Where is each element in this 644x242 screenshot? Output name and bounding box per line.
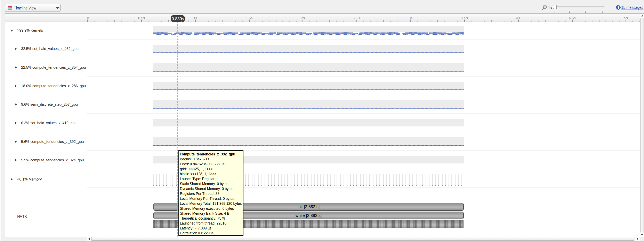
memory-op-tick[interactable]: [254, 174, 255, 185]
memory-op-tick[interactable]: [284, 174, 285, 185]
kernel-events-line-k4[interactable]: [153, 108, 464, 108]
memory-op-dash[interactable]: [412, 185, 413, 186]
memory-op-tick[interactable]: [252, 174, 252, 185]
memory-op-dash[interactable]: [268, 185, 269, 186]
memory-op-dash[interactable]: [409, 185, 410, 186]
memory-op-tick[interactable]: [170, 174, 170, 185]
expander-collapsed-icon[interactable]: [15, 122, 17, 124]
memory-op-dash[interactable]: [254, 185, 256, 186]
memory-op-dash[interactable]: [153, 185, 154, 186]
memory-op-tick[interactable]: [324, 174, 324, 185]
memory-op-tick[interactable]: [458, 174, 459, 185]
memory-op-dash[interactable]: [458, 185, 460, 186]
memory-op-tick[interactable]: [153, 174, 154, 185]
memory-op-tick[interactable]: [156, 174, 157, 185]
kernels-summary-bars[interactable]: [252, 32, 258, 34]
memory-op-tick[interactable]: [350, 174, 351, 185]
memory-op-tick[interactable]: [389, 174, 390, 185]
memory-op-dash[interactable]: [370, 185, 370, 186]
memory-op-tick[interactable]: [344, 174, 344, 185]
kernels-summary-bars[interactable]: [216, 33, 223, 34]
memory-op-tick[interactable]: [418, 174, 420, 185]
kernels-summary-bars[interactable]: [269, 33, 274, 34]
memory-op-dash[interactable]: [442, 185, 443, 186]
memory-op-dash[interactable]: [264, 185, 266, 186]
memory-op-tick[interactable]: [442, 174, 443, 185]
memory-op-dash[interactable]: [274, 185, 275, 186]
memory-op-dash[interactable]: [334, 185, 335, 186]
memory-op-tick[interactable]: [172, 174, 173, 185]
memory-op-dash[interactable]: [346, 185, 348, 186]
memory-op-tick[interactable]: [360, 174, 361, 185]
memory-op-tick[interactable]: [176, 174, 176, 185]
memory-op-tick[interactable]: [159, 174, 160, 185]
memory-op-tick[interactable]: [370, 174, 370, 185]
memory-op-dash[interactable]: [366, 185, 368, 186]
memory-op-dash[interactable]: [363, 185, 364, 186]
kernels-summary-bars[interactable]: [284, 33, 289, 34]
expander-collapsed-icon[interactable]: [11, 178, 13, 181]
view-selector-dropdown[interactable]: Timeline View: [5, 4, 60, 12]
scroll-right-button[interactable]: [635, 237, 640, 241]
memory-op-dash[interactable]: [298, 185, 298, 186]
kernels-summary-bars[interactable]: [446, 33, 452, 34]
memory-op-tick[interactable]: [462, 174, 462, 185]
kernels-summary-bars[interactable]: [405, 33, 409, 34]
memory-op-dash[interactable]: [314, 185, 315, 186]
memory-op-tick[interactable]: [346, 174, 348, 185]
vertical-scrollbar[interactable]: [640, 14, 644, 237]
kernel-band-k1[interactable]: [154, 45, 464, 52]
memory-op-dash[interactable]: [383, 185, 384, 186]
memory-op-dash[interactable]: [336, 185, 338, 186]
memory-op-dash[interactable]: [271, 185, 272, 186]
memory-op-dash[interactable]: [301, 185, 302, 186]
kernels-summary-bars[interactable]: [433, 32, 438, 34]
memory-op-dash[interactable]: [402, 185, 403, 186]
memory-op-tick[interactable]: [287, 174, 288, 185]
memory-op-tick[interactable]: [356, 174, 357, 185]
memory-op-tick[interactable]: [262, 174, 262, 185]
memory-op-dash[interactable]: [170, 185, 171, 186]
kernels-summary-bars[interactable]: [211, 33, 216, 34]
memory-op-dash[interactable]: [252, 185, 253, 186]
kernels-summary-bars[interactable]: [394, 33, 398, 34]
memory-op-dash[interactable]: [320, 185, 321, 186]
memory-op-dash[interactable]: [245, 185, 246, 186]
kernel-events-line-k3[interactable]: [153, 89, 464, 90]
memory-op-dash[interactable]: [163, 185, 164, 186]
memory-op-dash[interactable]: [327, 185, 328, 186]
kernels-summary-bars[interactable]: [344, 32, 349, 34]
memory-op-tick[interactable]: [435, 174, 436, 185]
memory-op-tick[interactable]: [426, 174, 426, 185]
memory-op-dash[interactable]: [307, 185, 308, 186]
memory-op-tick[interactable]: [264, 174, 266, 185]
expander-collapsed-icon[interactable]: [15, 141, 17, 143]
horizontal-scrollbar-thumb[interactable]: [92, 237, 634, 240]
memory-op-dash[interactable]: [356, 185, 357, 186]
kernels-summary-bars[interactable]: [417, 33, 422, 34]
memory-op-tick[interactable]: [340, 174, 341, 185]
memory-op-dash[interactable]: [287, 185, 288, 186]
kernels-summary-bars[interactable]: [181, 32, 186, 34]
kernels-summary-bars[interactable]: [205, 32, 211, 34]
memory-op-dash[interactable]: [448, 185, 450, 186]
memory-op-tick[interactable]: [380, 174, 380, 185]
memory-op-tick[interactable]: [432, 174, 433, 185]
memory-op-tick[interactable]: [429, 174, 430, 185]
memory-op-tick[interactable]: [409, 174, 410, 185]
memory-op-tick[interactable]: [416, 174, 416, 185]
memory-op-tick[interactable]: [290, 174, 292, 185]
kernels-summary-bars[interactable]: [382, 33, 389, 34]
kernels-summary-bars[interactable]: [313, 33, 318, 34]
memory-op-dash[interactable]: [426, 185, 426, 186]
memory-op-dash[interactable]: [416, 185, 417, 186]
memory-op-tick[interactable]: [281, 174, 282, 185]
memory-op-tick[interactable]: [386, 174, 386, 185]
memory-op-dash[interactable]: [172, 185, 174, 186]
memory-op-tick[interactable]: [393, 174, 394, 185]
memory-op-dash[interactable]: [166, 185, 167, 186]
memory-op-dash[interactable]: [396, 185, 397, 186]
memory-op-tick[interactable]: [373, 174, 374, 185]
kernel-band-k4[interactable]: [154, 100, 464, 108]
kernel-events-line-k1[interactable]: [153, 52, 464, 53]
